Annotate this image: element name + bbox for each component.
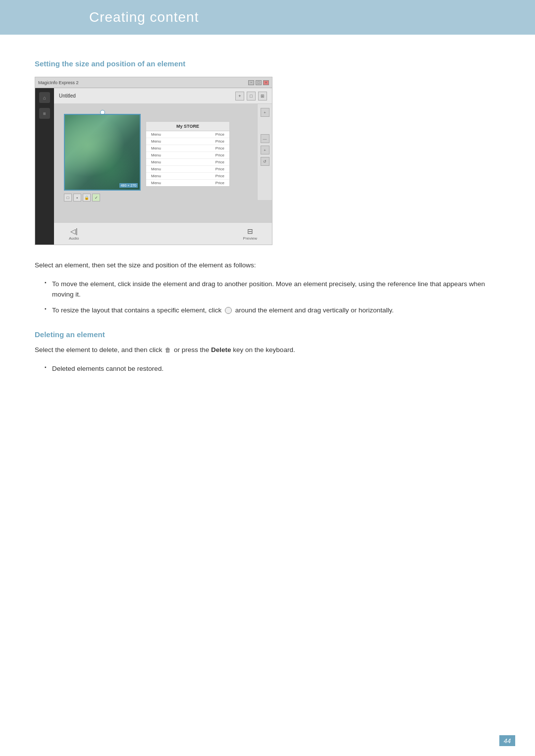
grid-button[interactable]: ⊞ (258, 92, 267, 101)
trash-icon: 🗑 (165, 346, 171, 355)
circle-handle-icon (225, 307, 232, 314)
section2-bullet-1: Deleted elements cannot be restored. (45, 363, 500, 374)
canvas-menu: My STORE MenuPrice MenuPrice MenuPrice M… (146, 121, 230, 187)
toolbar-icons: + □ ⊞ (235, 92, 267, 101)
app-bottombar: ◁| Audio ⊟ Preview (54, 222, 272, 245)
lock-tool[interactable]: 🔒 (83, 194, 91, 202)
app-titlebar-label: MagicInfo Express 2 (38, 80, 79, 85)
close-button[interactable]: × (263, 80, 269, 85)
panel-btn-3[interactable]: + (261, 146, 269, 154)
main-content: Setting the size and position of an elem… (0, 35, 535, 756)
section2-text-2: or press the (174, 346, 209, 353)
page-number: 44 (499, 735, 515, 746)
menu-row: MenuPrice (146, 173, 229, 180)
header-bar: Creating content (0, 0, 535, 35)
preview-icon: ⊟ (247, 227, 253, 235)
layout-button[interactable]: □ (247, 92, 256, 101)
menu-row: MenuPrice (146, 159, 229, 166)
right-panel: + — + ↺ (257, 104, 272, 200)
toolbar-title: Untitled (59, 93, 76, 99)
app-body: ⌂ ≡ Untitled + □ ⊞ (35, 88, 272, 245)
window-controls: − □ × (248, 80, 269, 85)
app-screenshot: MagicInfo Express 2 − □ × ⌂ ≡ Untitled + (35, 77, 272, 245)
panel-btn-1[interactable]: + (261, 108, 269, 117)
menu-row: MenuPrice (146, 180, 229, 186)
app-canvas: 480 × 270 □ ▪ 🔒 ✓ My STORE MenuPrice (54, 104, 272, 222)
crop-tool[interactable]: □ (64, 194, 72, 202)
image-element-container: 480 × 270 □ ▪ 🔒 ✓ (64, 114, 141, 191)
app-toolbar: Untitled + □ ⊞ (54, 88, 272, 104)
delete-key-label: Delete (211, 346, 231, 353)
section2-text-1: Select the element to delete, and then c… (35, 346, 162, 353)
page-title: Creating content (89, 9, 199, 25)
menu-title: My STORE (146, 122, 229, 131)
section2-bullet-list: Deleted elements cannot be restored. (35, 363, 500, 374)
menu-row: MenuPrice (146, 145, 229, 152)
image-tool[interactable]: ▪ (73, 194, 81, 202)
menu-icon[interactable]: ≡ (39, 108, 50, 119)
menu-row: MenuPrice (146, 152, 229, 159)
bullet-item-2: To resize the layout that contains a spe… (45, 305, 500, 316)
panel-btn-2[interactable]: — (261, 134, 269, 143)
section1-body-text: Select an element, then set the size and… (35, 260, 500, 271)
menu-row: MenuPrice (146, 138, 229, 145)
audio-icon: ◁| (70, 227, 78, 235)
bullet-item-1: To move the element, click inside the el… (45, 279, 500, 300)
audio-item[interactable]: ◁| Audio (69, 227, 79, 241)
preview-label: Preview (243, 236, 257, 241)
minimize-button[interactable]: − (248, 80, 254, 85)
menu-row: MenuPrice (146, 166, 229, 173)
section2-body-text: Select the element to delete, and then c… (35, 345, 500, 355)
maximize-button[interactable]: □ (256, 80, 262, 85)
section1-bullet-list: To move the element, click inside the el… (35, 279, 500, 316)
app-sidebar: ⌂ ≡ (35, 88, 54, 245)
app-main: Untitled + □ ⊞ 480 × 270 (54, 88, 272, 245)
audio-label: Audio (69, 236, 79, 241)
image-size-badge: 480 × 270 (119, 183, 138, 188)
preview-item[interactable]: ⊟ Preview (243, 227, 257, 241)
image-toolbar: □ ▪ 🔒 ✓ (64, 194, 100, 202)
section1-heading: Setting the size and position of an elem… (35, 59, 500, 68)
app-titlebar: MagicInfo Express 2 − □ × (35, 77, 272, 88)
panel-btn-4[interactable]: ↺ (261, 157, 269, 166)
confirm-tool[interactable]: ✓ (92, 194, 100, 202)
canvas-image[interactable]: 480 × 270 (64, 114, 141, 191)
section2-heading: Deleting an element (35, 330, 500, 339)
menu-row: MenuPrice (146, 131, 229, 138)
section2-text-3: key on the keyboard. (233, 346, 295, 353)
home-icon[interactable]: ⌂ (39, 92, 50, 103)
add-button[interactable]: + (235, 92, 244, 101)
